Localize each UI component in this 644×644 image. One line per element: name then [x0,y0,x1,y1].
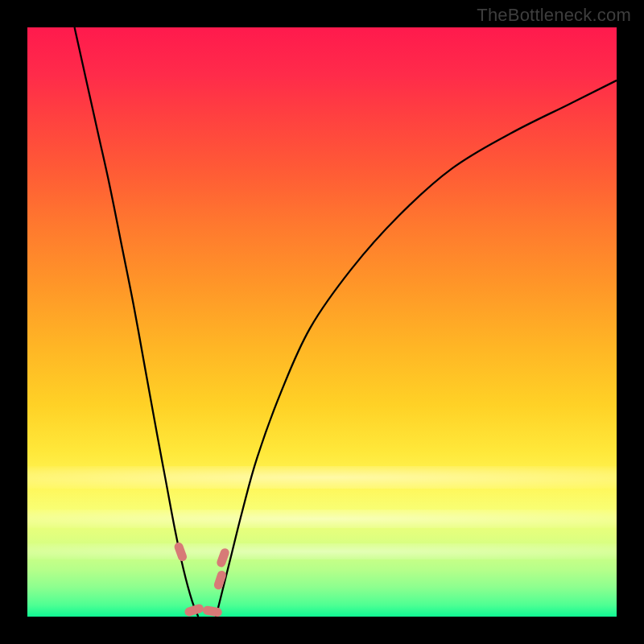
curve-right-branch [216,80,617,617]
curve-overlay [27,27,617,617]
marker-group [173,541,230,617]
pill-bottom-right [202,605,223,617]
watermark-text: TheBottleneck.com [477,5,631,26]
curve-left-branch [75,27,199,617]
pill-left-upper [173,541,188,562]
